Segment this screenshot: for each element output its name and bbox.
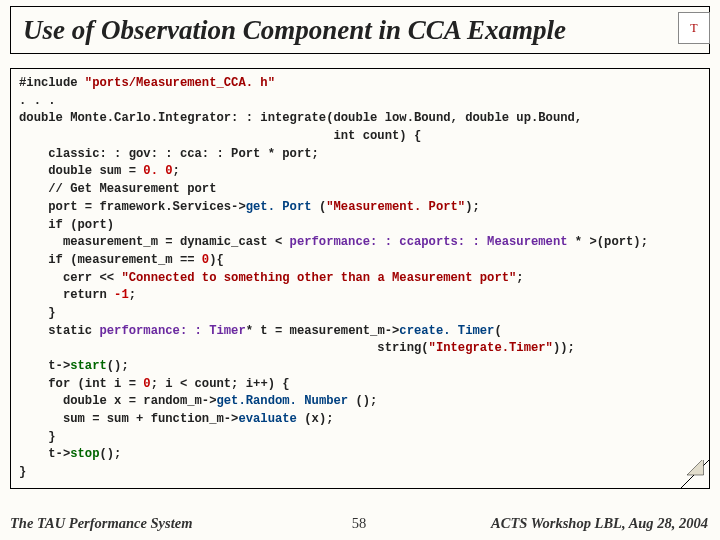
footer: The TAU Performance System 58 ACTS Works… [0, 515, 720, 532]
code-listing: #include "ports/Measurement_CCA. h" . . … [19, 75, 701, 482]
tau-logo-label: T [690, 21, 697, 36]
page-number: 58 [329, 515, 389, 532]
footer-right: ACTS Workshop LBL, Aug 28, 2004 [389, 515, 720, 532]
page-fold-icon [681, 460, 709, 488]
svg-marker-2 [687, 460, 704, 475]
code-box: #include "ports/Measurement_CCA. h" . . … [10, 68, 710, 489]
title-bar: Use of Observation Component in CCA Exam… [10, 6, 710, 54]
slide: Use of Observation Component in CCA Exam… [0, 6, 720, 540]
footer-left: The TAU Performance System [0, 515, 329, 532]
slide-title: Use of Observation Component in CCA Exam… [23, 15, 566, 46]
tau-logo-icon: T [678, 12, 710, 44]
